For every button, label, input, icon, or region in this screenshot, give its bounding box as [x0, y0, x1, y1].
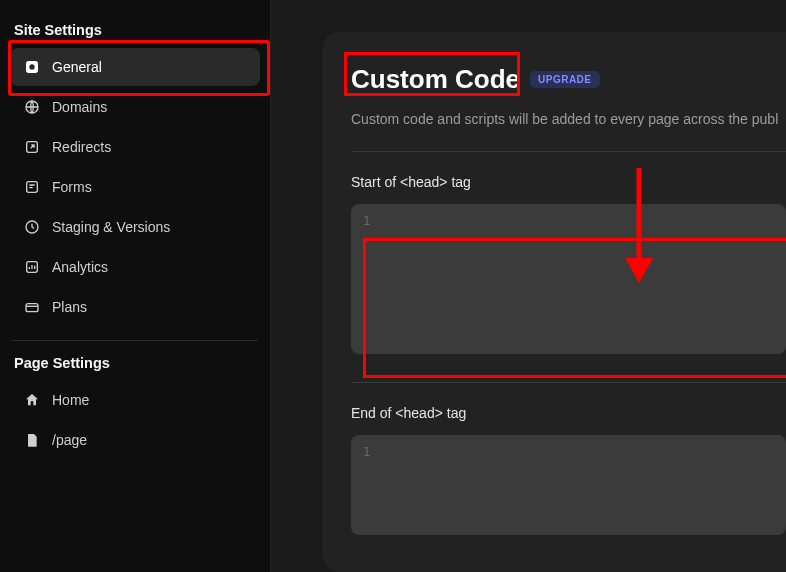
home-icon	[22, 390, 42, 410]
line-number: 1	[363, 214, 370, 228]
card-icon	[22, 297, 42, 317]
sidebar: Site Settings General Domains Redirects …	[0, 0, 271, 572]
sidebar-item-staging-versions[interactable]: Staging & Versions	[10, 208, 260, 246]
globe-icon	[22, 97, 42, 117]
arrow-out-icon	[22, 137, 42, 157]
head-end-editor[interactable]: 1	[351, 435, 786, 535]
sidebar-item-analytics[interactable]: Analytics	[10, 248, 260, 286]
site-settings-heading: Site Settings	[10, 22, 260, 48]
sidebar-item-label: /page	[52, 432, 87, 448]
sidebar-item-label: Domains	[52, 99, 107, 115]
svg-rect-7	[26, 304, 38, 312]
sidebar-item-label: Redirects	[52, 139, 111, 155]
sidebar-item-label: Staging & Versions	[52, 219, 170, 235]
sidebar-item-plans[interactable]: Plans	[10, 288, 260, 326]
sidebar-item-label: Analytics	[52, 259, 108, 275]
divider	[12, 340, 258, 341]
head-start-editor[interactable]: 1	[351, 204, 786, 354]
svg-point-1	[29, 64, 34, 69]
form-icon	[22, 177, 42, 197]
sidebar-item-domains[interactable]: Domains	[10, 88, 260, 126]
sidebar-item-label: Home	[52, 392, 89, 408]
sidebar-item-general[interactable]: General	[10, 48, 260, 86]
sidebar-item-forms[interactable]: Forms	[10, 168, 260, 206]
divider	[351, 382, 786, 383]
divider	[351, 151, 786, 152]
main-area: Custom Code UPGRADE Custom code and scri…	[271, 0, 786, 572]
page-title: Custom Code	[351, 64, 520, 95]
clock-icon	[22, 217, 42, 237]
gear-icon	[22, 57, 42, 77]
sidebar-item-label: General	[52, 59, 102, 75]
subtitle: Custom code and scripts will be added to…	[351, 111, 786, 127]
sidebar-item-home[interactable]: Home	[10, 381, 260, 419]
sidebar-item-label: Forms	[52, 179, 92, 195]
sidebar-item-redirects[interactable]: Redirects	[10, 128, 260, 166]
head-start-label: Start of <head> tag	[351, 174, 786, 190]
settings-panel: Custom Code UPGRADE Custom code and scri…	[323, 32, 786, 572]
page-settings-heading: Page Settings	[10, 355, 260, 381]
upgrade-badge[interactable]: UPGRADE	[530, 71, 600, 88]
sidebar-item-label: Plans	[52, 299, 87, 315]
line-number: 1	[363, 445, 370, 459]
file-icon	[22, 430, 42, 450]
sidebar-item-page[interactable]: /page	[10, 421, 260, 459]
chart-icon	[22, 257, 42, 277]
head-end-label: End of <head> tag	[351, 405, 786, 421]
